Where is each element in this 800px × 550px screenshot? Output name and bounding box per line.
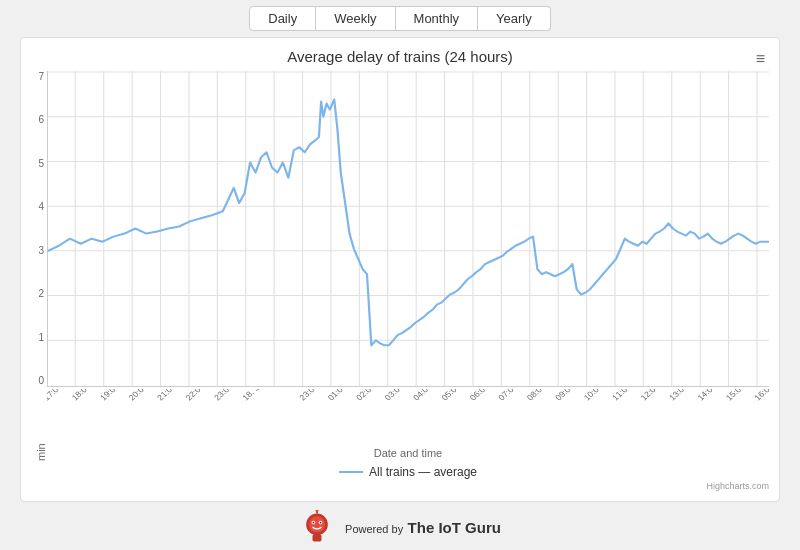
svg-text:02:00: 02:00	[354, 389, 377, 402]
tab-yearly[interactable]: Yearly	[478, 6, 551, 31]
legend-line	[339, 471, 363, 473]
chart-svg	[48, 71, 769, 386]
svg-text:03:00: 03:00	[382, 389, 405, 402]
y-tick-0: 0	[20, 375, 44, 386]
svg-text:15:00: 15:00	[724, 389, 747, 402]
svg-text:14:00: 14:00	[695, 389, 718, 402]
svg-text:04:00: 04:00	[411, 389, 434, 402]
chart-area: min 0 1 2 3 4 5 6 7	[31, 71, 769, 491]
svg-point-58	[309, 516, 325, 532]
y-tick-1: 1	[20, 332, 44, 343]
powered-by-text: Powered by	[345, 523, 403, 535]
y-tick-4: 4	[20, 201, 44, 212]
chart-inner: 0 1 2 3 4 5 6 7	[47, 71, 769, 491]
svg-text:21:00: 21:00	[155, 389, 178, 402]
svg-text:11:00: 11:00	[610, 389, 633, 402]
y-tick-6: 6	[20, 114, 44, 125]
svg-text:13:00: 13:00	[667, 389, 690, 402]
hamburger-menu-icon[interactable]: ≡	[756, 50, 765, 68]
svg-text:12:00: 12:00	[638, 389, 661, 402]
svg-point-61	[313, 522, 315, 524]
svg-point-65	[315, 510, 319, 512]
svg-text:09:00: 09:00	[553, 389, 576, 402]
tab-monthly[interactable]: Monthly	[396, 6, 479, 31]
svg-text:23:00: 23:00	[212, 389, 235, 402]
svg-text:16:00: 16:00	[752, 389, 769, 402]
tab-daily[interactable]: Daily	[249, 6, 316, 31]
legend-label: All trains — average	[369, 465, 477, 479]
svg-text:10:00: 10:00	[582, 389, 605, 402]
chart-container: Average delay of trains (24 hours) ≡ min…	[20, 37, 780, 502]
y-tick-5: 5	[20, 158, 44, 169]
x-axis-svg: 17:00 18:00 19:00 20:00 21:00 22:00 23:0…	[47, 389, 769, 427]
svg-text:17:00: 17:00	[47, 389, 64, 402]
x-axis-title: Date and time	[47, 447, 769, 459]
y-tick-2: 2	[20, 288, 44, 299]
iot-guru-logo	[299, 510, 335, 546]
svg-text:01:00: 01:00	[326, 389, 349, 402]
svg-text:20:00: 20:00	[126, 389, 149, 402]
y-ticks: 0 1 2 3 4 5 6 7	[20, 71, 44, 386]
svg-text:18:00: 18:00	[70, 389, 93, 402]
plot-area: 0 1 2 3 4 5 6 7	[47, 71, 769, 387]
svg-text:23:00: 23:00	[297, 389, 320, 402]
svg-text:22:00: 22:00	[183, 389, 206, 402]
tab-weekly[interactable]: Weekly	[316, 6, 395, 31]
svg-text:06:00: 06:00	[468, 389, 491, 402]
chart-title: Average delay of trains (24 hours)	[31, 48, 769, 65]
svg-text:08:00: 08:00	[525, 389, 548, 402]
footer: Powered by The IoT Guru	[0, 502, 800, 550]
footer-text: Powered by The IoT Guru	[345, 519, 501, 537]
y-tick-7: 7	[20, 71, 44, 82]
svg-point-62	[320, 522, 322, 524]
highcharts-credit: Highcharts.com	[47, 481, 769, 491]
legend: All trains — average	[47, 465, 769, 479]
svg-text:05:00: 05:00	[439, 389, 462, 402]
y-tick-3: 3	[20, 245, 44, 256]
svg-text:19:00: 19:00	[98, 389, 121, 402]
tab-bar: Daily Weekly Monthly Yearly	[0, 0, 800, 37]
svg-text:18. Sep: 18. Sep	[240, 389, 269, 402]
svg-rect-63	[313, 534, 322, 541]
brand-text: The IoT Guru	[408, 519, 501, 536]
svg-text:07:00: 07:00	[496, 389, 519, 402]
